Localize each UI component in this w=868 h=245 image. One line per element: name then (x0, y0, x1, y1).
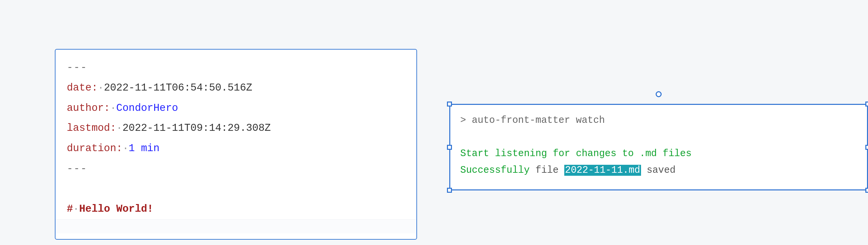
resize-handle-bottom-left[interactable] (447, 188, 452, 193)
terminal-filename-highlight: 2022-11-11.md (564, 165, 641, 176)
terminal-blank-line (460, 129, 857, 145)
resize-handle-mid-left[interactable] (447, 145, 452, 150)
front-matter-close: --- (67, 159, 405, 179)
front-matter-lastmod-line: lastmod:·2022-11-11T09:14:29.308Z (67, 118, 405, 138)
resize-handle-top-right[interactable] (865, 102, 868, 107)
front-matter-author-line: author:·CondorHero (67, 98, 405, 118)
terminal-listen-line: Start listening for changes to .md files (460, 145, 857, 162)
resize-handle-mid-right[interactable] (865, 145, 868, 150)
markdown-heading-line: #·Hello World! (67, 199, 405, 219)
editor-blank-line (67, 179, 405, 199)
markdown-editor-panel[interactable]: --- date:·2022-11-11T06:54:50.516Z autho… (55, 49, 417, 240)
terminal-panel[interactable]: > auto-front-matter watch Start listenin… (449, 104, 868, 190)
front-matter-date-line: date:·2022-11-11T06:54:50.516Z (67, 78, 405, 98)
resize-handle-top-left[interactable] (447, 102, 452, 107)
terminal-success-line: Successfully file 2022-11-11.md saved (460, 162, 857, 179)
terminal-selection-frame[interactable]: > auto-front-matter watch Start listenin… (449, 104, 868, 190)
front-matter-duration-line: duration:·1 min (67, 138, 405, 159)
terminal-command-line: > auto-front-matter watch (460, 112, 857, 129)
canvas: --- date:·2022-11-11T06:54:50.516Z autho… (0, 0, 868, 245)
front-matter-open: --- (67, 58, 405, 78)
rotate-handle-icon[interactable] (656, 91, 662, 97)
resize-handle-bottom-right[interactable] (865, 188, 868, 193)
editor-cursor-line (56, 219, 416, 233)
